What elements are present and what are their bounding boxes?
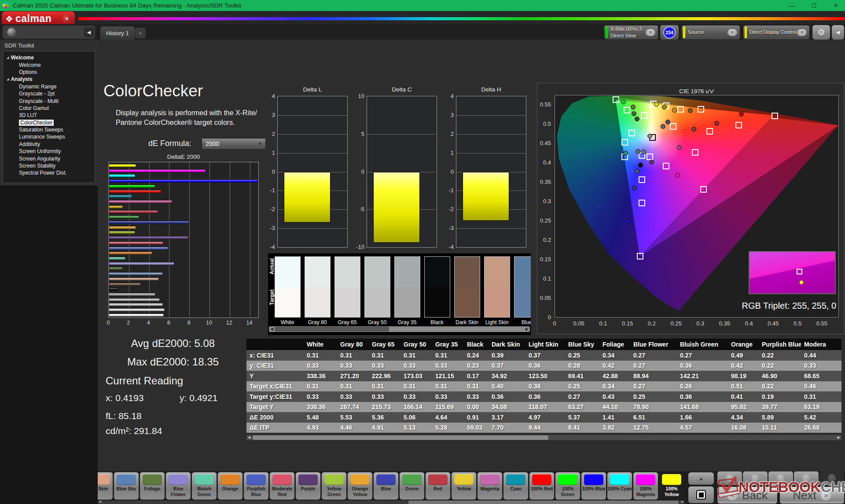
sidebar-item-spectral-power-dist[interactable]: Spectral Power Dist. <box>3 169 95 176</box>
cie-x-tick: 0.3 <box>696 320 704 327</box>
strip-expand-button[interactable]: ▲ <box>688 472 714 485</box>
patch-button-yellow-green[interactable]: Yellow Green <box>322 472 346 500</box>
close-button[interactable]: × <box>833 3 839 9</box>
sidebar-item-welcome[interactable]: ◢Welcome <box>3 54 95 61</box>
table-cell: 6.51 <box>630 414 677 421</box>
swatch-strip-scrollbar[interactable]: ◀ ▶ <box>269 326 530 332</box>
cie-x-tick: 0.45 <box>768 320 779 327</box>
scroll-left-icon[interactable]: ◀ <box>270 326 273 332</box>
sidebar-item-welcome[interactable]: Welcome <box>3 61 95 68</box>
table-scroll-right-icon[interactable]: ▶ <box>838 435 840 440</box>
source-chevron-icon[interactable]: ▼ <box>727 29 737 36</box>
sidebar-item-color-gamut[interactable]: Color Gamut <box>3 105 95 112</box>
settings-button[interactable]: ⚙ <box>812 25 830 40</box>
workflow-orb-button[interactable] <box>7 28 16 37</box>
sidebar-item-options[interactable]: Options <box>3 69 95 76</box>
calman-menu-chevron-icon[interactable]: ▼ <box>62 15 71 23</box>
back-button[interactable]: « Back <box>717 487 777 504</box>
patch-button-foliage[interactable]: Foliage <box>140 472 165 500</box>
patch-scroll-thumb[interactable] <box>408 500 679 504</box>
deltae-x-tick: 0 <box>107 320 110 326</box>
meter-toolbar-button-2[interactable] <box>743 471 768 485</box>
patch-button-magenta[interactable]: Magenta <box>478 472 502 500</box>
patch-button-ht-skin[interactable]: ht Skin <box>98 472 113 500</box>
patch-button-bluish-green[interactable]: Bluish Green <box>192 472 217 500</box>
patch-button-100-yellow[interactable]: 100% Yellow <box>659 472 684 500</box>
patch-button-100-cyan[interactable]: 100% Cyan <box>607 472 632 500</box>
patch-button-moderate-red[interactable]: Moderate Red <box>270 472 294 500</box>
de-formula-dropdown[interactable]: 2000 ▼ <box>202 138 266 150</box>
target-swatch <box>514 287 531 318</box>
patch-button-green[interactable]: Green <box>400 472 424 500</box>
patch-button-orange[interactable]: Orange <box>218 472 242 500</box>
sidebar-item-3d-lut[interactable]: 3D LUT <box>3 112 95 119</box>
scroll-right-icon[interactable]: ▶ <box>525 326 529 332</box>
meter-toolbar-button-1[interactable] <box>717 471 742 485</box>
delta-y-tick: -3 <box>262 225 275 231</box>
next-button[interactable]: Next » <box>780 487 844 504</box>
table-scroll-left-icon[interactable]: ◀ <box>248 435 250 440</box>
calman-wordmark: calman <box>15 13 51 25</box>
display-control-dropdown[interactable]: Direct Display Control ▼ <box>743 25 810 40</box>
sidebar-item-additivity[interactable]: Additivity <box>3 141 95 148</box>
sidebar-collapse-button[interactable]: ◀ <box>84 27 94 37</box>
meter-toolbar-button-3[interactable] <box>768 471 793 485</box>
de-summary: Avg dE2000: 5.08 Max dE2000: 18.35 <box>100 334 246 371</box>
sidebar-item-screen-uniformity[interactable]: Screen Uniformity <box>3 148 95 155</box>
cie-target-square <box>639 200 645 206</box>
sidebar-item-dynamic-range[interactable]: Dynamic Range <box>3 83 95 90</box>
sidebar-item-screen-stability[interactable]: Screen Stability <box>3 162 95 169</box>
patch-button-orange-yellow[interactable]: Orange Yellow <box>348 472 372 500</box>
patch-button-red[interactable]: Red <box>426 472 450 500</box>
stop-measure-button[interactable] <box>688 486 714 503</box>
table-cell: 142.21 <box>677 373 728 380</box>
cie-y-tick: 0.2 <box>543 237 551 243</box>
patch-button-100-magenta[interactable]: 100% Magenta <box>633 472 658 500</box>
display-control-chevron-icon[interactable]: ▼ <box>797 29 807 36</box>
cie-target-square <box>628 130 635 136</box>
add-tab-button[interactable]: + <box>135 28 146 38</box>
sidebar-item-colorchecker[interactable]: ColorChecker <box>3 119 95 126</box>
patch-button-100-red[interactable]: 100% Red <box>529 472 554 500</box>
patch-button-blue-sky[interactable]: Blue Sky <box>114 472 139 500</box>
patch-button-yellow[interactable]: Yellow <box>452 472 476 500</box>
deltae-x-tick: 10 <box>206 320 212 326</box>
patch-button-cyan[interactable]: Cyan <box>503 472 528 500</box>
deltae-x-tick: 4 <box>147 320 150 326</box>
panel-collapse-button[interactable]: ◀ <box>832 25 844 40</box>
sidebar-item-screen-angularity[interactable]: Screen Angularity <box>3 155 95 162</box>
sidebar-item-analysis[interactable]: ◢Analysis <box>3 76 95 83</box>
meter-count-button[interactable]: 234 <box>660 25 679 40</box>
patch-button-100-blue[interactable]: 100% Blue <box>581 472 606 500</box>
table-scroll-thumb[interactable] <box>253 435 548 440</box>
patch-button-100-green[interactable]: 100% Green <box>555 472 580 500</box>
meter-toolbar-button-5[interactable] <box>819 471 844 485</box>
patch-button-blue-flower[interactable]: Blue Flower <box>166 472 191 500</box>
restore-button[interactable] <box>811 3 817 9</box>
swatch-pair-gray-65 <box>334 256 360 318</box>
meter-name: X-Rite i1Pro 2 <box>610 26 642 32</box>
patch-scrollbar[interactable]: ◀ ▶ <box>98 500 685 504</box>
patch-button-blue[interactable]: Blue <box>374 472 398 500</box>
current-reading-heading: Current Reading <box>106 375 183 387</box>
patch-label: Foliage <box>140 486 165 492</box>
patch-button-purplish-blue[interactable]: Purplish Blue <box>244 472 268 500</box>
sidebar-item-luminance-sweeps[interactable]: Luminance Sweeps <box>3 133 95 140</box>
sidebar-item-saturation-sweeps[interactable]: Saturation Sweeps <box>3 126 95 133</box>
meter-chevron-icon[interactable]: ▼ <box>646 29 655 36</box>
sidebar-item-grayscale-multi[interactable]: Grayscale - Multi <box>3 97 95 104</box>
cie-target-square <box>670 123 676 130</box>
patch-scroll-left-icon[interactable]: ◀ <box>99 500 101 504</box>
sidebar-item-grayscale-2pt[interactable]: Grayscale - 2pt <box>3 90 95 97</box>
meter-toolbar-button-4[interactable] <box>794 471 819 485</box>
patch-scroll-right-icon[interactable]: ▶ <box>681 500 684 504</box>
patch-button-purple[interactable]: Purple <box>296 472 320 500</box>
tab-history-1[interactable]: History 1 <box>100 26 135 40</box>
table-cell: 121.15 <box>432 373 464 380</box>
source-dropdown[interactable]: Source ▼ <box>681 25 740 40</box>
patch-label: Purple <box>296 486 320 492</box>
table-scrollbar[interactable]: ◀ ▶ <box>246 435 841 440</box>
meter-dropdown[interactable]: X-Rite i1Pro 2 Direct View ▼ <box>604 25 658 40</box>
swatch-scroll-thumb[interactable] <box>275 327 389 332</box>
minimize-button[interactable]: — <box>789 3 795 9</box>
